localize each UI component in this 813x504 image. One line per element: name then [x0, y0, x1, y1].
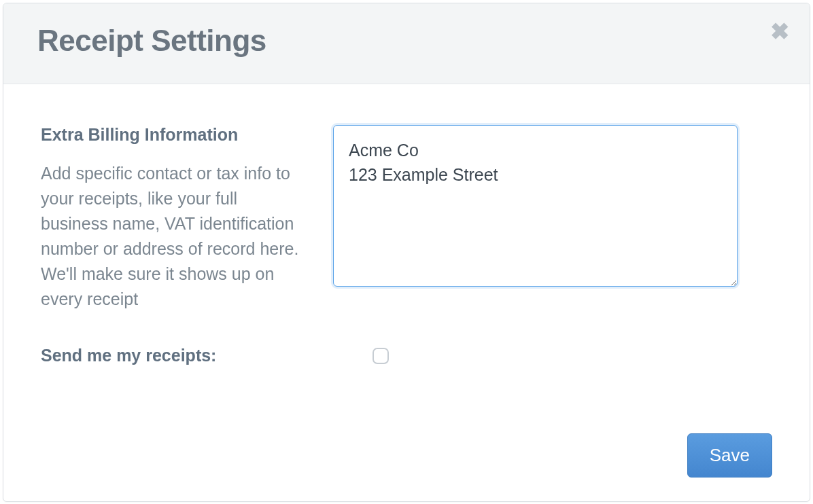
billing-info-label-col: Extra Billing Information Add specific c…	[41, 125, 333, 312]
billing-info-title: Extra Billing Information	[41, 125, 306, 145]
billing-info-row: Extra Billing Information Add specific c…	[41, 125, 772, 312]
billing-info-description: Add specific contact or tax info to your…	[41, 161, 306, 312]
close-icon[interactable]: ✖	[770, 20, 789, 43]
modal-footer: Save	[3, 433, 810, 501]
send-receipts-checkbox[interactable]	[373, 348, 389, 364]
modal-header: Receipt Settings ✖	[3, 3, 810, 84]
send-receipts-label: Send me my receipts:	[41, 346, 333, 365]
receipt-settings-modal: Receipt Settings ✖ Extra Billing Informa…	[3, 3, 810, 502]
billing-info-input-col	[333, 125, 772, 312]
modal-body: Extra Billing Information Add specific c…	[3, 84, 810, 433]
billing-info-textarea[interactable]	[333, 125, 738, 287]
save-button[interactable]: Save	[687, 433, 772, 478]
send-receipts-row: Send me my receipts:	[41, 346, 772, 365]
modal-title: Receipt Settings	[37, 24, 776, 58]
